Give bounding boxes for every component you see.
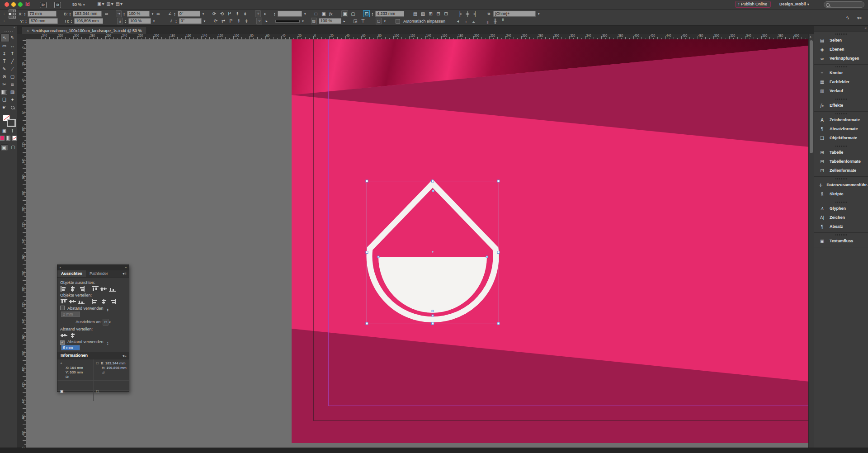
- corner-options-icon[interactable]: □: [313, 11, 319, 17]
- gradient-feather-tool[interactable]: ▨: [9, 88, 17, 96]
- object-style-dropdown[interactable]: [Ohne]+: [493, 11, 536, 17]
- margin-guide-bottom[interactable]: [328, 406, 808, 406]
- fx-icon[interactable]: fx.: [328, 11, 334, 17]
- autofit-checkbox[interactable]: [396, 19, 400, 24]
- constrain-scale-icon[interactable]: ∞: [155, 11, 161, 17]
- reference-point-proxy[interactable]: [9, 9, 15, 19]
- minimize-window-button[interactable]: [11, 2, 16, 7]
- select-next-button[interactable]: ↡: [243, 18, 249, 24]
- publish-online-button[interactable]: ↑ Publish Online: [735, 1, 771, 8]
- panel-menu-icon[interactable]: ▾≡: [123, 270, 129, 277]
- apply-none-button[interactable]: [12, 136, 17, 141]
- gradient-swatch-tool[interactable]: [0, 88, 9, 96]
- distribute-vertical-space-button[interactable]: [60, 332, 68, 338]
- effects-icon[interactable]: ▣: [321, 11, 326, 17]
- fitting-icon-4[interactable]: ⊟: [435, 11, 441, 17]
- drop-shadow-button[interactable]: ◲: [352, 18, 358, 24]
- close-panel-icon[interactable]: ×: [59, 265, 61, 269]
- use-spacing-checkbox-1[interactable]: [60, 306, 65, 310]
- dock-item-kontur[interactable]: ≡Kontur: [814, 68, 868, 77]
- rotate-180-button[interactable]: ⟳: [212, 18, 218, 24]
- dock-item-absatz[interactable]: ¶Absatz: [814, 222, 868, 231]
- dock-item-zellenformate[interactable]: ⊡Zellenformate: [814, 166, 868, 175]
- preset-dropdown[interactable]: ▢: [376, 18, 382, 24]
- height-field[interactable]: 196,898 mm: [74, 18, 103, 24]
- apply-to-text-button[interactable]: T: [9, 128, 16, 133]
- dock-group-grip[interactable]: [835, 113, 847, 114]
- collapse-panel-icon[interactable]: «: [125, 265, 127, 269]
- distribute-icon-3[interactable]: ⫠: [471, 18, 476, 24]
- fitting-icon-1[interactable]: ▤: [412, 11, 418, 17]
- fit-content-icon[interactable]: ▢: [350, 11, 356, 17]
- dock-item-verlauf[interactable]: ▥Verlauf: [814, 86, 868, 95]
- rectangle-tool[interactable]: ▢: [9, 73, 17, 80]
- zoom-level-dropdown[interactable]: 50 % ▾: [72, 2, 85, 7]
- dock-item-verknpfungen[interactable]: ∞Verknüpfungen: [814, 54, 868, 63]
- pencil-tool[interactable]: ⟋: [9, 65, 17, 73]
- distribute-icon-1[interactable]: ⫞: [455, 18, 461, 24]
- scale-x-field[interactable]: 100 %: [127, 11, 150, 17]
- apply-color-button[interactable]: [0, 136, 5, 141]
- line-tool[interactable]: ╱: [9, 57, 17, 65]
- tab-ausrichten[interactable]: Ausrichten: [57, 270, 86, 277]
- stroke-swatch[interactable]: [7, 119, 16, 127]
- content-collector-tool[interactable]: ↧: [0, 50, 9, 57]
- free-transform-tool[interactable]: ⧈: [9, 80, 17, 88]
- preview-mode-button[interactable]: ▢: [10, 144, 17, 150]
- constrain-dimensions-icon[interactable]: ∞: [104, 11, 109, 17]
- align-to-dropdown[interactable]: ⊡: [103, 319, 108, 326]
- corner-radius-icon[interactable]: ⊡: [363, 10, 370, 17]
- distribute-horizontal-centers-button[interactable]: [100, 298, 108, 304]
- distribute-bottom-edges-button[interactable]: [77, 298, 85, 304]
- corner-radius-field[interactable]: 4,233 mm: [375, 11, 404, 17]
- dock-item-effekte[interactable]: fxEffekte: [814, 101, 868, 110]
- margin-guide-left[interactable]: [328, 39, 329, 406]
- dock-item-zeichenformate[interactable]: AZeichenformate: [814, 115, 868, 124]
- zoom-tool[interactable]: [9, 104, 17, 111]
- align-top-edges-button[interactable]: [91, 286, 99, 292]
- shear-field[interactable]: 0°: [179, 18, 202, 24]
- dock-item-tabellenformate[interactable]: ⊟Tabellenformate: [814, 157, 868, 166]
- quick-apply-icon[interactable]: ϟ: [846, 15, 849, 20]
- distribute-icon-6[interactable]: ╨: [500, 18, 506, 24]
- help-button[interactable]: ?: [255, 10, 261, 17]
- fitting-icon-3[interactable]: ⊞: [428, 11, 434, 17]
- dock-item-zeichen[interactable]: A|Zeichen: [814, 213, 868, 222]
- tools-grip[interactable]: [5, 31, 13, 32]
- dock-item-absatzformate[interactable]: ¶Absatzformate: [814, 124, 868, 133]
- info-panel-menu-icon[interactable]: ▾≡: [123, 354, 127, 358]
- color-theme-tool[interactable]: ❏: [0, 96, 9, 104]
- stroke-weight-dropdown[interactable]: [275, 20, 300, 23]
- tab-pathfinder[interactable]: Pathfinder: [86, 270, 112, 277]
- vertical-ruler[interactable]: 0204060801001201401601802002202402602803…: [17, 39, 26, 448]
- distribute-icon-5[interactable]: ╫: [492, 18, 498, 24]
- scissors-tool[interactable]: ✂: [0, 80, 9, 88]
- dock-group-grip[interactable]: [835, 33, 847, 35]
- pen-tool[interactable]: ✎: [0, 65, 9, 73]
- collapse-tools-icon[interactable]: «: [0, 26, 17, 30]
- type-tool[interactable]: T: [0, 57, 9, 65]
- dock-item-objektformate[interactable]: ❏Objektformate: [814, 133, 868, 142]
- selected-logo-object[interactable]: [360, 175, 505, 329]
- distribute-horizontal-space-button[interactable]: [69, 332, 76, 338]
- dock-item-datenzusammenfhr[interactable]: ✛Datenzusammenführ...: [814, 180, 868, 189]
- dock-group-grip[interactable]: [835, 178, 847, 179]
- dock-item-skripte[interactable]: §Skripte: [814, 189, 868, 198]
- dock-item-textumfluss[interactable]: ▣Textumfluss: [814, 236, 868, 245]
- stock-button[interactable]: St: [54, 2, 61, 8]
- horizontal-scrollbar-area[interactable]: [0, 448, 868, 453]
- panel-menu-icon[interactable]: ▾≡: [857, 16, 862, 20]
- vertical-scrollbar-thumb[interactable]: [810, 40, 813, 153]
- align-bottom-edges-button[interactable]: [108, 286, 116, 292]
- opacity-field[interactable]: 100 %: [319, 18, 341, 24]
- document-tab[interactable]: ×*textilspannrahmen_100x100cm_landscape_…: [22, 27, 147, 34]
- distribute-icon-2[interactable]: ⫟: [463, 18, 469, 24]
- fill-stroke-proxy[interactable]: [3, 115, 14, 126]
- more-arrow[interactable]: ▸: [263, 11, 268, 17]
- workspace-switcher[interactable]: Design_Mobil ▾: [779, 2, 809, 6]
- dock-item-tabelle[interactable]: ⊞Tabelle: [814, 148, 868, 157]
- align-left-edges-button[interactable]: [60, 286, 68, 292]
- rotate-cw-button[interactable]: ⟳: [211, 11, 217, 17]
- dock-group-grip[interactable]: [835, 66, 847, 67]
- distribute-right-edges-button[interactable]: [108, 298, 116, 304]
